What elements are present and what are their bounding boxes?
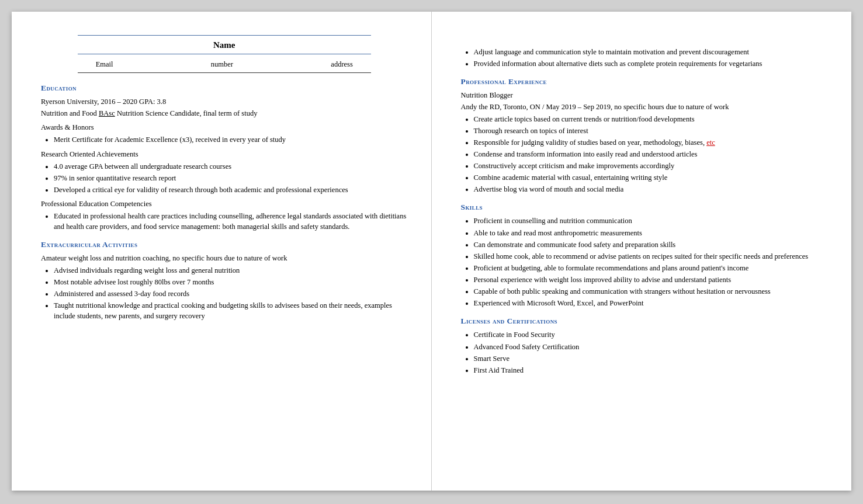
address-field: address: [331, 60, 353, 69]
awards-list: Merit Certificate for Academic Excellenc…: [54, 134, 408, 145]
extracurricular-list: Advised individuals regarding weight los…: [54, 265, 408, 322]
list-item: Capable of both public speaking and comm…: [474, 286, 829, 297]
list-item: 97% in senior quantitative research repo…: [54, 173, 408, 183]
list-item: Experienced with Microsoft Word, Excel, …: [474, 298, 829, 308]
list-item: Developed a critical eye for validity of…: [54, 185, 408, 195]
education-heading: Education: [41, 84, 408, 93]
header-line-bottom: [78, 54, 371, 54]
list-item: Able to take and read most anthropometri…: [474, 228, 829, 238]
competencies-heading: Professional Education Competencies: [41, 199, 408, 209]
list-item: Merit Certificate for Academic Excellenc…: [54, 134, 408, 145]
list-item: Personal experience with weight loss imp…: [474, 274, 829, 285]
awards-heading: Awards & Honors: [41, 122, 408, 133]
header-line-top: [78, 35, 371, 36]
right-column: Adjust language and communication style …: [432, 12, 852, 491]
skills-list: Proficient in counselling and nutrition …: [474, 215, 829, 308]
list-item: Constructively accept criticism and make…: [474, 161, 829, 171]
number-field: number: [211, 60, 233, 69]
degree-text: Nutrition and Food BAsc Nutrition Scienc…: [41, 109, 257, 117]
list-item: Advanced Food Safety Certification: [474, 342, 829, 352]
licenses-heading: Licenses and Certifications: [461, 317, 829, 326]
list-item: Create article topics based on current t…: [474, 114, 829, 124]
header-contact-line: [78, 72, 371, 73]
list-item: Taught nutritional knowledge and practic…: [54, 300, 408, 321]
list-item: Advertise blog via word of mouth and soc…: [474, 184, 829, 194]
list-item: Certificate in Food Security: [474, 329, 829, 340]
research-list: 4.0 average GPA between all undergraduat…: [54, 161, 408, 195]
list-item: Responsible for judging validity of stud…: [474, 137, 829, 148]
list-item: Educated in professional health care pra…: [54, 211, 408, 232]
list-item: Administered and assessed 3-day food rec…: [54, 289, 408, 299]
list-item: Can demonstrate and communicate food saf…: [474, 239, 829, 250]
list-item: Provided information about alternative d…: [474, 58, 829, 69]
professional-experience-list: Create article topics based on current t…: [474, 114, 829, 195]
extracurricular-subtitle: Amateur weight loss and nutrition coachi…: [41, 253, 408, 263]
continuation-list: Adjust language and communication style …: [474, 47, 829, 69]
list-item: Proficient in counselling and nutrition …: [474, 215, 829, 226]
licenses-list: Certificate in Food Security Advanced Fo…: [474, 329, 829, 376]
extracurricular-heading: Extracurricular Activities: [41, 240, 408, 249]
list-item: Condense and transform information into …: [474, 149, 829, 159]
list-item: Thorough research on topics of interest: [474, 126, 829, 136]
contact-row: Email number address: [41, 60, 408, 69]
list-item: Advised individuals regarding weight los…: [54, 265, 408, 276]
name-field: Name: [41, 40, 408, 50]
email-field: Email: [96, 60, 113, 69]
competencies-list: Educated in professional health care pra…: [54, 211, 408, 232]
list-item: Smart Serve: [474, 353, 829, 364]
research-heading: Research Oriented Achievements: [41, 149, 408, 159]
skills-heading: Skills: [461, 203, 829, 212]
resume-page: Name Email number address Education Ryer…: [12, 12, 851, 491]
basc-text: BAsc: [99, 109, 115, 117]
professional-experience-heading: Professional Experience: [461, 77, 829, 86]
left-column: Name Email number address Education Ryer…: [12, 12, 432, 491]
header: Name Email number address: [41, 35, 408, 73]
job-title: Nutrition Blogger: [461, 90, 829, 100]
list-item: Most notable advisee lost roughly 80lbs …: [54, 277, 408, 287]
list-item: Skilled home cook, able to recommend or …: [474, 251, 829, 262]
list-item: First Aid Trained: [474, 365, 829, 376]
etc-text: etc: [706, 138, 715, 147]
list-item: Adjust language and communication style …: [474, 47, 829, 57]
university-line: Ryerson University, 2016 – 2020 GPA: 3.8: [41, 96, 408, 107]
employer-line: Andy the RD, Toronto, ON / May 2019 – Se…: [461, 102, 829, 112]
list-item: 4.0 average GPA between all undergraduat…: [54, 161, 408, 172]
degree-line: Nutrition and Food BAsc Nutrition Scienc…: [41, 108, 408, 119]
list-item: Proficient at budgeting, able to formula…: [474, 263, 829, 273]
list-item: Combine academic material with casual, e…: [474, 172, 829, 183]
